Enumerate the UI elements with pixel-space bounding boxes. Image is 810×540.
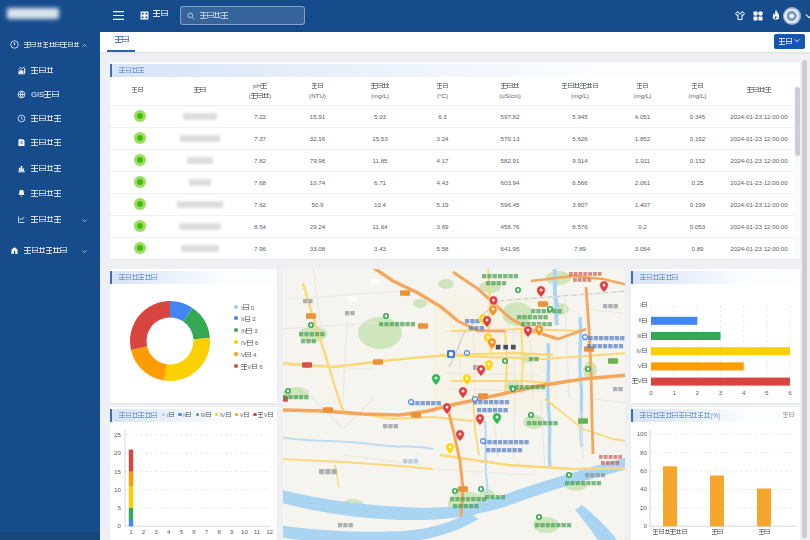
svg-text:4: 4 bbox=[167, 528, 171, 535]
svg-text:25: 25 bbox=[114, 431, 121, 438]
svg-text:5: 5 bbox=[180, 528, 184, 535]
svg-text:5: 5 bbox=[765, 389, 769, 396]
svg-text:11: 11 bbox=[254, 528, 261, 535]
svg-text:1: 1 bbox=[129, 528, 133, 535]
svg-text:0: 0 bbox=[649, 389, 653, 396]
svg-text:8: 8 bbox=[217, 528, 221, 535]
svg-text:60: 60 bbox=[640, 467, 647, 474]
svg-text:9: 9 bbox=[230, 528, 234, 535]
svg-text:20: 20 bbox=[114, 449, 121, 456]
svg-text:3: 3 bbox=[719, 389, 723, 396]
svg-text:6: 6 bbox=[788, 389, 792, 396]
svg-text:5: 5 bbox=[118, 504, 122, 511]
svg-text:20: 20 bbox=[640, 504, 647, 511]
svg-text:80: 80 bbox=[640, 449, 647, 456]
svg-text:100: 100 bbox=[637, 430, 648, 437]
svg-text:15: 15 bbox=[114, 468, 121, 475]
svg-text:3: 3 bbox=[154, 528, 158, 535]
svg-text:1: 1 bbox=[672, 389, 676, 396]
svg-text:2: 2 bbox=[142, 528, 146, 535]
svg-text:7: 7 bbox=[205, 528, 209, 535]
svg-text:2: 2 bbox=[696, 389, 700, 396]
svg-text:12: 12 bbox=[266, 528, 273, 535]
svg-text:0: 0 bbox=[118, 522, 122, 529]
svg-text:10: 10 bbox=[241, 528, 248, 535]
svg-text:10: 10 bbox=[114, 486, 121, 493]
svg-text:6: 6 bbox=[192, 528, 196, 535]
svg-text:4: 4 bbox=[742, 389, 746, 396]
svg-text:40: 40 bbox=[640, 485, 647, 492]
